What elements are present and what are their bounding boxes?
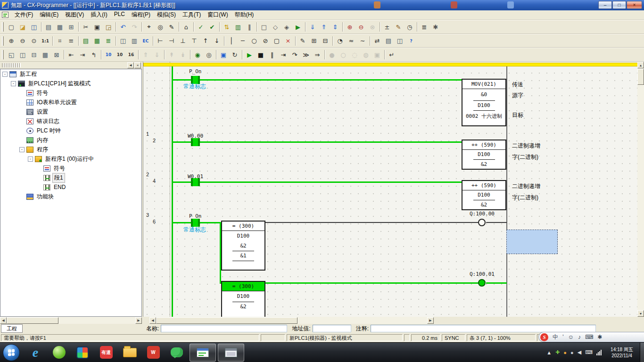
- delete-rung-button[interactable]: ⊟: [320, 36, 331, 46]
- cut-button[interactable]: ✂: [80, 22, 91, 32]
- comment-field[interactable]: [371, 325, 596, 332]
- mov-instruction-block[interactable]: MOV(021) &0 D100 0002 十六进制: [462, 79, 506, 126]
- tree-item-error-log[interactable]: 错误日志: [0, 116, 141, 126]
- undo-button[interactable]: ↶: [117, 22, 129, 32]
- breakpoint-clear-all-button[interactable]: ◌: [349, 49, 360, 60]
- hidden-icons-icon[interactable]: ▲: [546, 350, 552, 355]
- address-field[interactable]: [313, 325, 351, 332]
- insert-rung-button[interactable]: ⊞: [308, 36, 320, 46]
- print-button[interactable]: ▦: [54, 22, 66, 32]
- ladder-canvas[interactable]: P_On 常通标志 MOV(021) &0 D100 0002 十六进制 传送 …: [143, 62, 637, 317]
- menu-item-1[interactable]: 文件(F): [11, 10, 36, 20]
- wechat-task[interactable]: [165, 343, 189, 362]
- tree-item-program1[interactable]: -新程序1 (00)运行中: [0, 154, 141, 164]
- scroll-left-button[interactable]: ◀: [149, 317, 156, 324]
- io-table-tool-button[interactable]: ◫: [117, 36, 129, 46]
- new-closed-coil-button[interactable]: ⊘: [260, 36, 271, 46]
- return-to-editor-button[interactable]: ↵: [386, 49, 397, 60]
- tree-item-plc-clock[interactable]: PLC 时钟: [0, 126, 141, 135]
- work-online-button[interactable]: ⇅: [221, 22, 232, 32]
- memory-view-button[interactable]: ▥: [129, 36, 140, 46]
- increment-instruction-block-2[interactable]: ++ (590) D100 &2: [462, 180, 506, 210]
- toolbar-grip[interactable]: [2, 22, 4, 32]
- watch-window-button[interactable]: ◫: [394, 36, 405, 46]
- new-coil-button[interactable]: ○: [248, 36, 260, 46]
- scroll-thumb[interactable]: [156, 317, 297, 324]
- monitor-signed-decimal-button[interactable]: 10: [114, 49, 125, 60]
- scroll-up-button[interactable]: ▲: [637, 62, 644, 68]
- tab-project-workspace[interactable]: 工程: [1, 324, 23, 333]
- compare-instruction-block-2[interactable]: = (300) D100 &2: [221, 281, 265, 317]
- delete-element-button[interactable]: ×: [282, 36, 294, 46]
- tree-expander-plc[interactable]: -: [11, 81, 16, 86]
- next-reference-button[interactable]: ⇥: [77, 49, 88, 60]
- monitor-mode-button[interactable]: ◈: [281, 22, 292, 32]
- sim-stop-button[interactable]: ■: [255, 49, 266, 60]
- ladder-child-window-icon[interactable]: [2, 12, 8, 18]
- print-preview-button[interactable]: ⊞: [66, 22, 77, 32]
- monitor-decimal-button[interactable]: 10: [103, 49, 114, 60]
- page-setup-button[interactable]: ▤: [43, 22, 54, 32]
- differential-monitor-down-button[interactable]: ⇓: [151, 49, 163, 60]
- operand[interactable]: D100: [462, 190, 505, 200]
- tree-item-function-blocks[interactable]: 功能块: [0, 192, 141, 201]
- rung2-contact-w001[interactable]: [191, 178, 200, 186]
- scroll-track[interactable]: [637, 85, 644, 310]
- scroll-left-button[interactable]: ◀: [0, 317, 7, 324]
- compile-all-button[interactable]: ✔: [206, 22, 218, 32]
- toolbar-grip[interactable]: [2, 36, 4, 46]
- menu-item-3[interactable]: 视图(V): [62, 10, 87, 20]
- ladder-horizontal-scrollbar[interactable]: ◀ ▶: [149, 317, 434, 324]
- panel-grip[interactable]: [2, 63, 21, 67]
- local-symbol-table-button[interactable]: ▤: [80, 36, 91, 46]
- ime-emoji-button[interactable]: ☺: [568, 334, 574, 340]
- show-desktop-button[interactable]: [640, 343, 644, 362]
- simulator-online-button[interactable]: ▣: [218, 49, 229, 60]
- title-bar[interactable]: 無題 - CX-Programmer - [[运行中] - 新PLC1.新程序1…: [0, 0, 644, 10]
- tree-item-end[interactable]: END: [0, 182, 141, 192]
- tree-horizontal-scrollbar[interactable]: ◀ ▶: [0, 317, 142, 324]
- help-button[interactable]: ?: [405, 36, 417, 46]
- menu-item-5[interactable]: PLC: [111, 10, 128, 20]
- compile-program-button[interactable]: ✓: [195, 22, 206, 32]
- security-tray-icon[interactable]: ✚: [555, 349, 560, 355]
- close-all-windows-button[interactable]: ⊠: [51, 49, 62, 60]
- output-window-button[interactable]: ▤: [383, 36, 394, 46]
- scroll-thumb[interactable]: [7, 317, 58, 324]
- watch-tool-button[interactable]: ◔: [334, 36, 346, 46]
- coil-q10000[interactable]: [478, 219, 486, 226]
- operand[interactable]: &2: [222, 241, 264, 251]
- mouse-tray-icon[interactable]: ●: [570, 350, 574, 355]
- cascade-windows-button[interactable]: ◱: [6, 49, 17, 60]
- zoom-in-button[interactable]: ⊕: [6, 36, 17, 46]
- maximize-button[interactable]: □: [612, 1, 626, 9]
- tree-item-symbols[interactable]: 符号: [0, 88, 141, 98]
- time-chart-button[interactable]: ∼: [357, 36, 368, 46]
- monitor-toggle-button[interactable]: ▥: [232, 22, 244, 32]
- global-symbol-table-button[interactable]: ▦: [91, 36, 103, 46]
- ime-tray-icon[interactable]: ⌨: [585, 349, 593, 355]
- breakpoint-enable-button[interactable]: ◍: [360, 49, 372, 60]
- new-closed-contact-button[interactable]: ⊣: [166, 36, 177, 46]
- operand[interactable]: D100: [222, 231, 264, 241]
- tree-expander-program1[interactable]: -: [28, 156, 33, 162]
- volume-tray-icon[interactable]: ◀: [578, 349, 581, 355]
- run-mode-button[interactable]: ▶: [292, 22, 304, 32]
- open-project-button[interactable]: ◪: [17, 22, 28, 32]
- menu-item-8[interactable]: 工具(T): [179, 10, 204, 20]
- tree-item-memory[interactable]: 内存: [0, 135, 141, 145]
- pause-monitoring-button[interactable]: ∥: [244, 22, 255, 32]
- ime-keyboard-button[interactable]: ⌨: [585, 334, 593, 340]
- go-back-button[interactable]: ↰: [88, 49, 99, 60]
- online-edit-button[interactable]: ✎: [393, 22, 404, 32]
- menu-item-6[interactable]: 编程(P): [128, 10, 154, 20]
- sim-step-over-button[interactable]: ↷: [289, 49, 300, 60]
- new-instruction-button[interactable]: ▢: [271, 36, 282, 46]
- set-value-button[interactable]: ±: [381, 22, 393, 32]
- freeze-monitoring-button[interactable]: ◎: [203, 49, 215, 60]
- wps-writer-task[interactable]: W: [141, 343, 165, 362]
- tree-expander-project[interactable]: -: [2, 72, 8, 77]
- scroll-thumb[interactable]: [637, 69, 644, 85]
- ime-voice-button[interactable]: ♪: [578, 334, 581, 340]
- force-reset-bit-button[interactable]: ↡: [177, 49, 189, 60]
